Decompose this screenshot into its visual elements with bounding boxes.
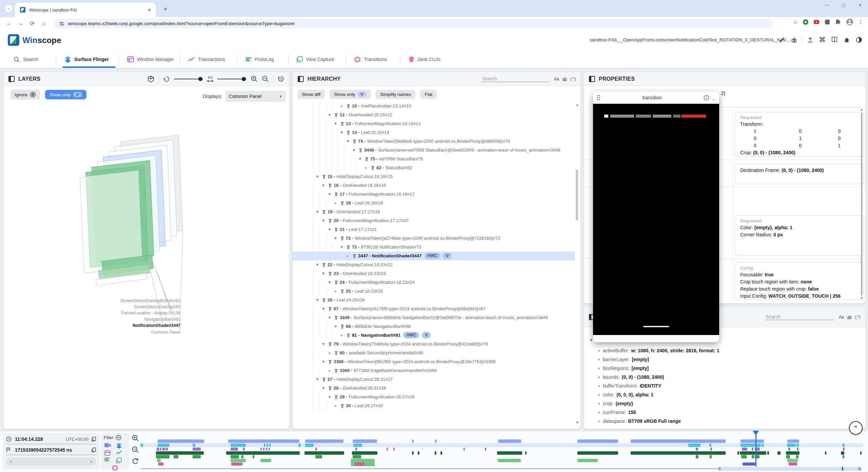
transactions-bar[interactable] (841, 451, 844, 455)
hierarchy-node[interactable]: 80 -ace6abb SecondaryHomeHandle0#80 (293, 349, 575, 357)
timeline-reset-zoom-icon[interactable] (132, 457, 139, 465)
zoom-window-right-handle[interactable] (858, 467, 861, 471)
detail-property-row[interactable]: bounds:(0, 0) - (1080, 2400) (594, 373, 865, 381)
transactions-bar[interactable] (440, 451, 442, 455)
screen-recording-bar[interactable] (741, 439, 764, 443)
bookmark-star-icon[interactable]: ☆ (793, 19, 798, 25)
surface-flinger-bar[interactable] (709, 444, 711, 447)
hierarchy-node[interactable]: ▼21 -Leaf:17:17#21 (293, 225, 575, 234)
protolog-bar[interactable] (174, 455, 178, 458)
surface-flinger-bar[interactable] (796, 444, 799, 447)
transactions-bar[interactable] (786, 451, 800, 455)
extension-green-icon[interactable] (803, 19, 809, 25)
reload-icon[interactable]: ⟳ (26, 20, 38, 27)
window-manager-bar[interactable] (463, 448, 465, 451)
transactions-bar[interactable] (412, 451, 414, 455)
window-manager-bar[interactable] (843, 448, 845, 451)
window-manager-bar[interactable] (157, 448, 159, 451)
screen-recording-bar[interactable] (435, 439, 437, 443)
window-manager-bar[interactable] (266, 448, 267, 451)
screen-recording-bar[interactable] (158, 439, 204, 443)
hierarchy-node[interactable]: ▼24 -FullscreenMagnification:18:23#24 (293, 278, 575, 287)
timeline-zoom-out-icon[interactable] (132, 446, 139, 453)
view-capture-bar[interactable] (498, 459, 521, 462)
screen-recording-bar[interactable] (305, 439, 343, 443)
window-manager-bar[interactable] (355, 448, 357, 451)
hierarchy-node[interactable]: ▼15 -HideDisplayCutout:16:16#15 (293, 172, 575, 181)
expand-arrow-icon[interactable]: ▼ (326, 111, 333, 119)
layers-3d-view[interactable] (3, 102, 289, 428)
hierarchy-node[interactable]: 82 -StatusBar#82 (293, 163, 575, 172)
detail-property-row[interactable]: activeBuffer:w: 1080, h: 2400, stride: 2… (594, 346, 865, 355)
hierarchy-node[interactable]: ▼20 -FullscreenMagnification:17:17#20 (293, 216, 575, 225)
hierarchy-node[interactable]: 3447 -NotificationShade#3447HWCV (293, 252, 575, 260)
upload-icon[interactable] (806, 35, 814, 44)
protolog-bar[interactable] (786, 455, 790, 458)
hierarchy-node[interactable]: ▼72 -WindowToken{a2746de type=2040 andro… (293, 234, 575, 243)
expand-arrow-icon[interactable]: ▼ (320, 357, 327, 366)
chip-simplify-names[interactable]: Simplify names (376, 90, 416, 99)
transactions-bar[interactable] (860, 451, 862, 455)
timeline-zoom-window[interactable] (720, 467, 858, 471)
expand-arrow-icon[interactable]: ▼ (326, 278, 333, 287)
protolog-bar[interactable] (156, 455, 170, 458)
scroll-down-icon[interactable]: ▼ (860, 296, 863, 300)
match-word-icon[interactable]: ab (563, 77, 567, 81)
report-bug-icon[interactable] (842, 35, 851, 44)
hierarchy-node[interactable]: ▼67 -WindowToken{e5176f9 type=2019 andro… (293, 304, 575, 313)
tab-protolog[interactable]: ProtoLog (246, 51, 274, 67)
expand-arrow-icon[interactable]: ▼ (344, 137, 352, 146)
hierarchy-node[interactable]: ▼73 -8736138 NotificationShade#73 (293, 243, 575, 252)
transitions-bar[interactable] (231, 463, 242, 466)
hierarchy-node[interactable]: ▼79 -WindowToken{7046b4a type=2024 andro… (293, 340, 575, 349)
detail-property-row[interactable]: blurRegions:[empty] (594, 364, 865, 373)
ignore-chip[interactable]: Ignore (10, 90, 40, 100)
extension-gray-icon[interactable] (824, 19, 830, 25)
scroll-up-icon[interactable]: ▲ (576, 103, 579, 106)
surface-flinger-bar[interactable] (231, 444, 246, 447)
protolog-bar[interactable] (241, 455, 243, 458)
expand-arrow-icon[interactable]: ▼ (332, 119, 339, 128)
hierarchy-search-input[interactable] (481, 76, 549, 82)
layer-label[interactable]: Common Panel (47, 330, 180, 335)
expand-arrow-icon[interactable]: ▼ (320, 384, 327, 393)
tab-close-icon[interactable]: ✕ (147, 7, 151, 13)
surface-flinger-bar[interactable] (762, 444, 764, 447)
next-frame-icon[interactable]: › (91, 459, 92, 464)
dark-mode-icon[interactable] (854, 35, 863, 44)
transitions-bar[interactable] (789, 463, 797, 466)
window-manager-bar[interactable] (387, 448, 388, 451)
detail-property-row[interactable]: currFrame:155 (594, 408, 865, 417)
extension-red-icon[interactable] (813, 19, 820, 25)
scroll-down-icon[interactable]: ▼ (576, 421, 579, 424)
hierarchy-node[interactable]: ▼27 -HideDisplayCutout:26:31#27 (293, 375, 575, 384)
window-manager-bar[interactable] (752, 448, 753, 451)
match-case-icon[interactable]: Aa (839, 315, 844, 319)
docs-book-icon[interactable] (830, 35, 839, 44)
hierarchy-node[interactable]: ▼28 -OneHanded:26:31#28 (293, 384, 575, 393)
profile-avatar[interactable] (846, 18, 853, 26)
expand-arrow-icon[interactable]: ▼ (326, 225, 333, 234)
transitions-filter-icon[interactable] (112, 465, 118, 471)
surface-flinger-bar[interactable] (741, 444, 761, 447)
zoom-out-icon[interactable] (262, 75, 269, 82)
screen-recording-filter-icon[interactable] (104, 442, 111, 448)
hierarchy-node[interactable]: 25 -Leaf:18:23#25 (293, 287, 575, 296)
surface-flinger-bar[interactable] (158, 444, 170, 447)
layer-label[interactable]: NavigationBar0#81 (47, 317, 180, 322)
back-icon[interactable]: ← (3, 20, 15, 27)
protolog-bar[interactable] (696, 455, 698, 458)
download-icon[interactable] (790, 35, 798, 44)
transactions-bar[interactable] (497, 451, 522, 455)
expand-arrow-icon[interactable]: ▼ (332, 322, 339, 331)
hierarchy-node[interactable]: ▼3368 -WindowToken{f6b2f60 type=2024 and… (293, 357, 575, 366)
transactions-bar[interactable] (226, 451, 300, 455)
window-minimize-icon[interactable]: — (825, 3, 829, 7)
transactions-bar[interactable] (352, 451, 377, 455)
edit-pencil-icon[interactable] (777, 35, 786, 44)
expand-arrow-icon[interactable]: ▼ (314, 375, 321, 384)
view-capture-bar[interactable] (157, 459, 161, 462)
expand-arrow-icon[interactable]: ▼ (326, 313, 333, 322)
transactions-bar[interactable] (825, 451, 826, 455)
show-only-chip[interactable]: Show only V (45, 90, 86, 99)
